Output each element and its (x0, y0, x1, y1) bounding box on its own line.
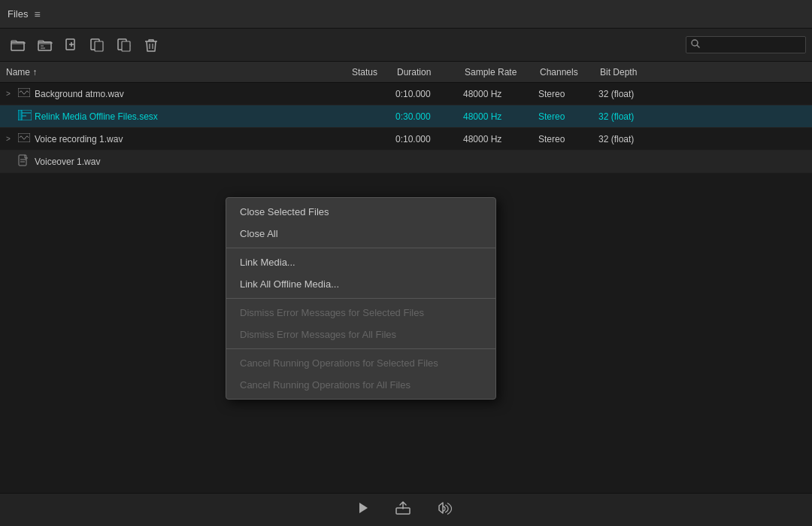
menu-separator-1 (226, 248, 495, 248)
file-samplerate: 48000 Hz (463, 111, 538, 122)
search-input[interactable] (703, 40, 793, 50)
file-channels: Stereo (538, 134, 598, 144)
col-header-duration[interactable]: Duration (397, 67, 465, 78)
file-type-icon (18, 110, 35, 123)
table-header: Name ↑ Status Duration Sample Rate Chann… (0, 62, 812, 83)
file-bitdepth: 32 (float) (598, 134, 674, 144)
menu-separator-2 (226, 298, 495, 299)
render-button[interactable] (113, 35, 137, 55)
play-button[interactable] (352, 499, 374, 521)
svg-marker-15 (359, 503, 368, 513)
file-samplerate: 48000 Hz (463, 89, 538, 99)
link-all-offline-media-item[interactable]: Link All Offline Media... (226, 273, 495, 295)
file-name: Background atmo.wav (35, 89, 350, 99)
open-recent-button[interactable] (33, 36, 57, 54)
col-header-samplerate[interactable]: Sample Rate (465, 67, 540, 78)
file-duration: 0:30.000 (395, 111, 463, 122)
table-row[interactable]: Relink Media Offline Files.sesx 0:30.000… (0, 105, 812, 128)
link-media-item[interactable]: Link Media... (226, 251, 495, 273)
file-duration: 0:10.000 (395, 89, 463, 99)
dismiss-error-all-item: Dismiss Error Messages for All Files (226, 324, 495, 345)
panel-header: Files ≡ (0, 0, 812, 29)
file-type-icon (18, 88, 35, 99)
file-type-icon (18, 133, 35, 144)
file-name: Voiceover 1.wav (35, 157, 350, 167)
hamburger-menu-button[interactable]: ≡ (34, 8, 40, 20)
table-row[interactable]: > Background atmo.wav 0:10.000 48000 Hz … (0, 83, 812, 105)
col-header-channels[interactable]: Channels (540, 67, 600, 78)
svg-rect-6 (122, 41, 130, 51)
expand-icon[interactable]: > (6, 90, 18, 98)
audio-settings-button[interactable] (432, 498, 460, 521)
col-header-bitdepth[interactable]: Bit Depth (600, 67, 675, 78)
file-bitdepth: 32 (float) (598, 111, 674, 122)
col-header-name[interactable]: Name ↑ (6, 67, 352, 78)
search-area (686, 36, 806, 53)
duplicate-button[interactable] (86, 35, 110, 55)
file-channels: Stereo (538, 89, 598, 99)
svg-rect-4 (95, 41, 103, 51)
delete-button[interactable] (140, 35, 162, 56)
file-type-icon (18, 154, 35, 169)
toolbar (0, 29, 812, 62)
menu-separator-3 (226, 348, 495, 349)
search-icon (691, 39, 700, 50)
svg-rect-10 (18, 110, 22, 120)
open-folder-button[interactable] (6, 36, 30, 54)
table-row[interactable]: Voiceover 1.wav (0, 151, 812, 173)
close-selected-files-item[interactable]: Close Selected Files (226, 201, 495, 223)
col-header-status[interactable]: Status (352, 67, 397, 78)
add-file-button[interactable] (60, 35, 83, 55)
panel-title: Files (8, 8, 28, 20)
file-samplerate: 48000 Hz (463, 134, 538, 144)
expand-icon[interactable]: > (6, 135, 18, 143)
context-menu: Close Selected Files Close All Link Medi… (226, 197, 496, 400)
dismiss-error-selected-item: Dismiss Error Messages for Selected File… (226, 302, 495, 324)
file-name: Relink Media Offline Files.sesx (35, 111, 350, 122)
cancel-running-selected-item: Cancel Running Operations for Selected F… (226, 352, 495, 374)
export-button[interactable] (389, 498, 417, 521)
file-channels: Stereo (538, 111, 598, 122)
close-all-item[interactable]: Close All (226, 223, 495, 245)
cancel-running-all-item: Cancel Running Operations for All Files (226, 374, 495, 396)
table-row[interactable]: > Voice recording 1.wav 0:10.000 48000 H… (0, 128, 812, 151)
file-name: Voice recording 1.wav (35, 134, 350, 144)
file-duration: 0:10.000 (395, 134, 463, 144)
file-bitdepth: 32 (float) (598, 89, 674, 99)
bottom-bar (0, 493, 812, 526)
